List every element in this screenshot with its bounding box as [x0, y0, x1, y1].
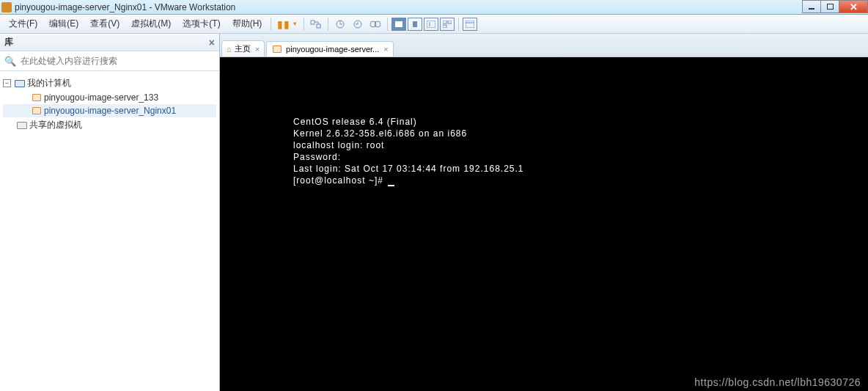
maximize-button[interactable]: [820, 0, 839, 13]
tree-vm-item[interactable]: pinyougou-image-server_133: [3, 91, 216, 104]
shared-icon: [16, 120, 28, 131]
tool-revert-button[interactable]: [350, 17, 365, 32]
menu-file[interactable]: 文件(F): [3, 16, 43, 32]
vm-icon: [31, 106, 43, 116]
console-line: Password:: [293, 151, 868, 163]
svg-rect-6: [427, 21, 435, 28]
vm-icon: [271, 44, 283, 54]
tab-close-button[interactable]: ×: [383, 45, 388, 54]
main-area: ⌂ 主页 × pinyougou-image-server... × CentO…: [220, 34, 868, 391]
tab-label: 主页: [235, 43, 251, 54]
window-title: pinyougou-image-server_Nginx01 - VMware …: [15, 2, 235, 12]
cursor-icon: [388, 185, 394, 186]
tree-label: pinyougou-image-server_Nginx01: [44, 106, 176, 116]
menu-help[interactable]: 帮助(H): [227, 16, 268, 32]
view-library-button[interactable]: [463, 18, 477, 31]
view-unity-button[interactable]: [408, 18, 422, 31]
library-close-button[interactable]: ×: [209, 37, 215, 48]
search-icon: 🔍: [4, 56, 16, 67]
tool-snapshot-button[interactable]: [333, 17, 347, 32]
monitor-icon: [14, 78, 26, 89]
chevron-down-icon: ▼: [292, 21, 298, 27]
connect-icon: [310, 19, 322, 29]
svg-rect-10: [443, 25, 446, 28]
tool-snapshot-manager-button[interactable]: [368, 17, 383, 32]
menubar: 文件(F) 编辑(E) 查看(V) 虚拟机(M) 选项卡(T) 帮助(H) ▮▮…: [0, 15, 868, 34]
sidebar: 库 × 🔍 − 我的计算机 pinyougou-image-server_133…: [0, 34, 220, 391]
close-button[interactable]: ✕: [839, 0, 868, 13]
view-thumbnail-button[interactable]: [440, 18, 455, 31]
console-line: Kernel 2.6.32-358.el6.i686 on an i686: [293, 128, 868, 139]
vm-icon: [31, 92, 43, 103]
menu-tabs[interactable]: 选项卡(T): [177, 16, 226, 32]
tree-label: 我的计算机: [27, 77, 71, 89]
window-titlebar: pinyougou-image-server_Nginx01 - VMware …: [0, 0, 868, 15]
tree-my-computer[interactable]: − 我的计算机: [3, 76, 216, 91]
menu-vm[interactable]: 虚拟机(M): [125, 16, 177, 32]
menu-edit[interactable]: 编辑(E): [43, 16, 84, 32]
svg-point-5: [375, 21, 380, 27]
search-input[interactable]: [19, 54, 215, 67]
tree-label: 共享的虚拟机: [29, 119, 82, 131]
tab-home[interactable]: ⌂ 主页 ×: [221, 40, 265, 56]
minimize-button[interactable]: [802, 0, 821, 13]
tree-vm-item[interactable]: pinyougou-image-server_Nginx01: [3, 104, 216, 117]
pause-icon: ▮▮: [277, 18, 290, 30]
vm-tree: − 我的计算机 pinyougou-image-server_133 pinyo…: [0, 71, 219, 391]
watermark: https://blog.csdn.net/lbh19630726: [694, 376, 861, 388]
library-title: 库: [4, 36, 13, 48]
vm-console[interactable]: CentOS release 6.4 (Final) Kernel 2.6.32…: [220, 57, 868, 391]
console-line: CentOS release 6.4 (Final): [293, 116, 868, 128]
thumbnail-icon: [443, 21, 452, 28]
menu-view[interactable]: 查看(V): [84, 16, 125, 32]
tree-label: pinyougou-image-server_133: [44, 92, 158, 103]
console-line: Last login: Sat Oct 17 03:14:44 from 192…: [293, 163, 868, 175]
tab-vm[interactable]: pinyougou-image-server... ×: [266, 41, 394, 56]
snapshot-manager-icon: [369, 19, 381, 29]
console-line: localhost login: root: [293, 139, 868, 151]
search-row: 🔍: [0, 51, 219, 71]
svg-rect-1: [317, 24, 320, 28]
home-icon: ⌂: [227, 45, 232, 54]
console-prompt: [root@localhost ~]#: [293, 175, 868, 186]
tree-shared-vms[interactable]: 共享的虚拟机: [3, 117, 216, 133]
revert-icon: [353, 19, 363, 29]
fullscreen-icon: [395, 21, 402, 27]
tab-bar: ⌂ 主页 × pinyougou-image-server... ×: [220, 34, 868, 57]
tab-close-button[interactable]: ×: [255, 45, 260, 54]
svg-rect-11: [466, 21, 474, 28]
window-controls: ✕: [803, 0, 868, 13]
snapshot-icon: [335, 19, 345, 29]
library-icon: [466, 21, 474, 28]
pause-vm-button[interactable]: ▮▮ ▼: [277, 18, 298, 30]
collapse-icon[interactable]: −: [3, 79, 11, 87]
tab-label: pinyougou-image-server...: [286, 45, 379, 54]
app-icon: [1, 2, 12, 12]
library-header: 库 ×: [0, 34, 219, 51]
view-fullscreen-button[interactable]: [391, 18, 406, 31]
svg-rect-9: [448, 21, 452, 23]
tool-connect-button[interactable]: [309, 17, 323, 32]
svg-rect-0: [311, 21, 315, 24]
view-console-button[interactable]: [424, 18, 438, 31]
unity-icon: [413, 21, 417, 27]
console-view-icon: [427, 21, 435, 28]
svg-rect-8: [443, 21, 446, 23]
